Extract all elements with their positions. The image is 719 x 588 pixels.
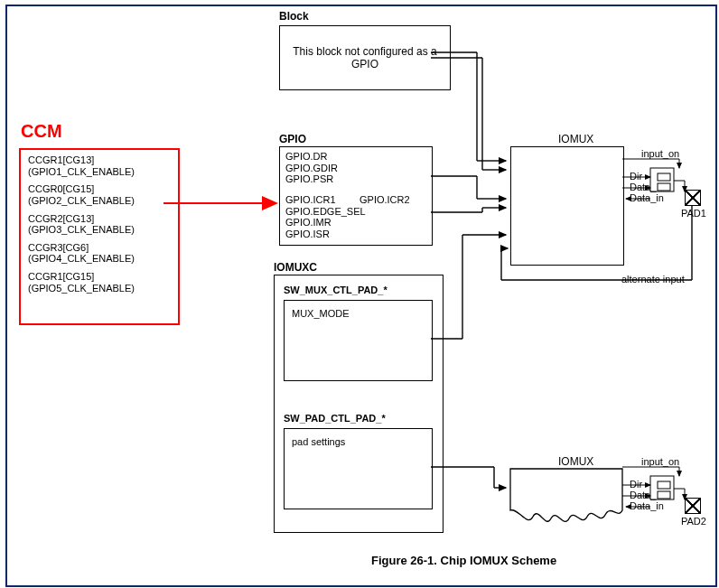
svg-rect-34 (658, 481, 670, 489)
connectors (0, 0, 719, 588)
svg-rect-35 (658, 491, 670, 499)
diagram-root: Block This block not configured as a GPI… (0, 0, 719, 588)
svg-rect-24 (658, 173, 670, 181)
svg-rect-25 (658, 183, 670, 191)
